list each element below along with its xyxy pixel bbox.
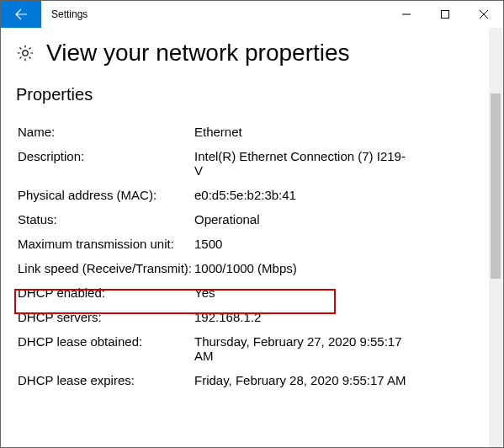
row-link-speed: Link speed (Receive/Transmit): 1000/1000… [16, 256, 485, 280]
row-mtu: Maximum transmission unit: 1500 [16, 232, 485, 256]
value-name: Ethernet [194, 125, 483, 139]
row-description: Description: Intel(R) Ethernet Connectio… [16, 144, 485, 183]
svg-rect-0 [442, 11, 449, 19]
close-button[interactable] [464, 1, 503, 28]
arrow-left-icon [14, 8, 28, 21]
label-mtu: Maximum transmission unit: [18, 237, 194, 251]
section-heading: Properties [16, 85, 485, 104]
value-mtu: 1500 [194, 237, 483, 251]
row-dhcp-obtained: DHCP lease obtained: Thursday, February … [16, 329, 485, 368]
row-mac: Physical address (MAC): e0:d5:5e:b2:3b:4… [16, 183, 485, 207]
row-dhcp-servers: DHCP servers: 192.168.1.2 [16, 305, 485, 329]
row-status: Status: Operational [16, 207, 485, 232]
value-link-speed: 1000/1000 (Mbps) [194, 261, 483, 275]
scrollbar-thumb[interactable] [491, 93, 501, 279]
gear-icon [16, 44, 34, 62]
label-mac: Physical address (MAC): [18, 188, 194, 202]
label-description: Description: [18, 149, 194, 178]
maximize-button[interactable] [426, 1, 464, 28]
scrollbar[interactable] [489, 28, 502, 447]
label-dhcp-obtained: DHCP lease obtained: [18, 334, 194, 363]
back-button[interactable] [1, 1, 41, 28]
value-mac: e0:d5:5e:b2:3b:41 [194, 188, 483, 202]
value-dhcp-expires: Friday, February 28, 2020 9:55:17 AM [194, 373, 483, 387]
maximize-icon [441, 10, 449, 19]
close-icon [480, 10, 488, 19]
label-dhcp-expires: DHCP lease expires: [18, 373, 194, 387]
label-status: Status: [18, 212, 194, 227]
label-dhcp-servers: DHCP servers: [18, 310, 194, 324]
label-dhcp-enabled: DHCP enabled: [18, 285, 194, 300]
label-name: Name: [18, 125, 194, 139]
value-dhcp-enabled: Yes [194, 285, 483, 300]
value-dhcp-servers: 192.168.1.2 [194, 310, 483, 324]
row-dhcp-expires: DHCP lease expires: Friday, February 28,… [16, 368, 485, 392]
page-title: View your network properties [46, 40, 350, 67]
window-controls [387, 1, 503, 28]
svg-point-1 [23, 51, 28, 56]
value-description: Intel(R) Ethernet Connection (7) I219-V [194, 149, 483, 178]
row-name: Name: Ethernet [16, 120, 485, 144]
window-title: Settings [41, 1, 387, 28]
row-dhcp-enabled: DHCP enabled: Yes [16, 280, 485, 305]
content-area: View your network properties Properties … [1, 28, 503, 447]
minimize-button[interactable] [387, 1, 426, 28]
minimize-icon [402, 10, 411, 19]
value-status: Operational [194, 212, 483, 227]
label-link-speed: Link speed (Receive/Transmit): [18, 261, 194, 275]
titlebar: Settings [1, 1, 503, 28]
value-dhcp-obtained: Thursday, February 27, 2020 9:55:17 AM [194, 334, 483, 363]
